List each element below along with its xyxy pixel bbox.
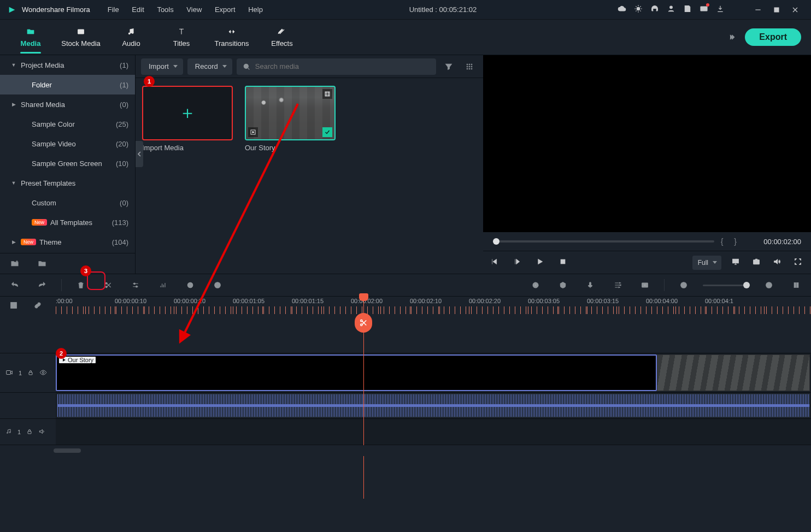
tab-audio[interactable]: Audio [106,27,156,48]
video-clip[interactable]: Our Story [56,354,657,391]
filter-icon[interactable] [440,58,457,75]
tab-effects[interactable]: Effects [257,27,307,48]
sidebar-item-sample-video[interactable]: Sample Video(20) [0,134,135,153]
audio-track-lane[interactable] [56,419,811,445]
play-button[interactable] [536,257,546,268]
lock-icon[interactable] [27,369,34,377]
redo-button[interactable] [34,277,50,293]
svg-rect-21 [733,259,739,263]
sidebar-item-all-templates[interactable]: NewAll Templates(113) [0,212,135,232]
sidebar-item-sample-green-screen[interactable]: Sample Green Screen(10) [0,153,135,173]
grid-view-icon[interactable] [461,58,478,75]
link-icon[interactable] [30,297,46,314]
window-minimize[interactable] [749,0,767,20]
voiceover-icon[interactable] [582,277,598,293]
fullscreen-icon[interactable] [794,257,804,268]
tab-transitions[interactable]: Transitions [207,27,257,48]
search-input[interactable] [255,62,431,70]
menu-file[interactable]: File [102,2,125,17]
menu-tools[interactable]: Tools [151,2,179,17]
video-track-number: 1 [19,370,22,376]
search-media[interactable] [237,58,436,75]
snapshot-icon[interactable] [752,257,763,268]
tab-titles-label: Titles [173,39,190,48]
linked-audio-lane[interactable] [56,393,811,418]
lock-icon[interactable] [26,428,33,436]
menu-edit[interactable]: Edit [126,2,149,17]
tab-titles[interactable]: Titles [156,27,207,48]
audio-mixer-icon[interactable] [609,277,626,293]
equalizer-button[interactable] [155,277,171,293]
import-media-card[interactable]: ＋ Import Media [142,86,233,152]
volume-icon[interactable] [773,257,784,268]
menu-view[interactable]: View [181,2,207,17]
seek-bar[interactable] [493,240,714,243]
sidebar-item-sample-color[interactable]: Sample Color(25) [0,114,135,134]
tab-media[interactable]: Media [5,27,56,48]
zoom-slider[interactable] [703,285,750,286]
tab-stock-media[interactable]: Stock Media [56,27,106,48]
check-icon [322,127,332,137]
timeline: :00:0000:00:00:1000:00:00:2000:00:01:050… [0,274,811,456]
svg-point-14 [471,66,472,67]
speaker-icon[interactable] [38,428,46,436]
zoom-out-button[interactable] [675,277,692,293]
sidebar-item-shared-media[interactable]: ▶Shared Media(0) [0,94,135,114]
cloud-icon[interactable] [618,4,626,15]
quality-select[interactable]: Full [692,256,721,270]
adjust-button[interactable] [127,277,144,293]
step-button[interactable] [513,257,524,268]
render-icon[interactable] [527,277,544,293]
sidebar-item-project-media[interactable]: ▼Project Media(1) [0,55,135,75]
app-logo [8,5,16,14]
visibility-icon[interactable] [39,369,47,377]
export-button[interactable]: Export [745,28,801,46]
marker-icon[interactable] [555,277,571,293]
menu-export[interactable]: Export [209,2,241,17]
svg-point-6 [128,33,130,34]
sidebar-collapse-icon[interactable] [136,141,143,167]
window-close[interactable] [786,0,804,20]
svg-point-43 [9,431,10,433]
track-manager-icon[interactable] [5,297,22,314]
svg-point-11 [471,63,472,64]
display-icon[interactable] [731,257,742,268]
brace-icon[interactable]: { } [721,237,739,246]
playhead[interactable] [363,297,364,499]
account-icon[interactable] [667,4,675,15]
sidebar-item-custom[interactable]: Custom(0) [0,193,135,212]
color-button[interactable] [182,277,198,293]
save-icon[interactable] [683,4,692,15]
new-folder-button[interactable] [7,255,23,271]
video-clip-2[interactable] [657,354,810,391]
import-dropdown[interactable]: Import [141,58,183,75]
menu-help[interactable]: Help [243,2,268,17]
tabs-more[interactable] [718,29,745,45]
plus-icon: ＋ [179,101,196,125]
record-dropdown[interactable]: Record [187,58,232,75]
sidebar-item-theme[interactable]: ▶NewTheme(104) [0,232,135,252]
sidebar-item-preset-templates[interactable]: ▼Preset Templates [0,173,135,193]
timeline-ruler[interactable]: :00:0000:00:00:1000:00:00:2000:00:01:050… [56,297,811,314]
download-icon[interactable] [716,4,725,15]
support-icon[interactable] [650,4,659,15]
zoom-in-button[interactable] [761,277,777,293]
stop-button[interactable] [559,257,569,268]
keyframe-icon[interactable] [637,277,653,293]
open-folder-button[interactable] [34,255,50,271]
titlebar: Wondershare Filmora File Edit Tools View… [0,0,811,20]
preview-screen[interactable] [483,55,811,232]
zoom-fit-button[interactable] [788,277,804,293]
video-track-lane[interactable]: Our Story [56,353,811,392]
undo-button[interactable] [7,277,23,293]
playhead-split-icon[interactable] [355,313,372,333]
mail-icon[interactable] [700,4,708,15]
text-template-button[interactable] [209,277,226,293]
sidebar-item-folder[interactable]: Folder(1) [0,75,135,94]
window-maximize[interactable] [767,0,786,20]
idea-icon[interactable] [634,4,643,15]
svg-point-17 [471,68,472,69]
media-clip-card[interactable]: Our Story [245,86,336,152]
prev-frame-button[interactable] [490,257,501,268]
timeline-scrollbar[interactable] [0,445,811,456]
